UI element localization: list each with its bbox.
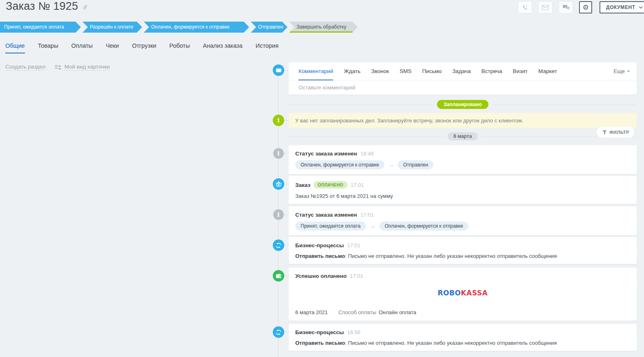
info-icon: i (277, 117, 279, 124)
order-page: Заказ № 1925 ⚙ ДОКУМЕНТ (0, 0, 644, 357)
arrow-right-icon: → (388, 162, 394, 168)
timeline-entry-status-change[interactable]: Статус заказа изменен 18:48 Оплачен, фор… (289, 145, 637, 174)
comment-input[interactable] (289, 80, 637, 94)
status-from-pill: Принят, ожидается оплата (295, 222, 366, 231)
no-planned-banner: У вас нет запланированных дел. Запланиру… (289, 113, 637, 128)
composer-tab-wait[interactable]: Ждать (344, 62, 361, 80)
settings-button[interactable]: ⚙ (579, 1, 592, 13)
phone-icon (521, 4, 528, 11)
entry-title: Заказ (295, 182, 310, 188)
gear-icon: ⚙ (582, 4, 588, 11)
business-process-node-icon (273, 326, 284, 338)
process-arrows-icon (275, 329, 282, 335)
order-node-icon (273, 178, 284, 190)
info-node-icon: i (273, 115, 284, 126)
entry-time: 17:01 (361, 212, 374, 218)
main-tabs: Общие Товары Оплаты Чеки Отгрузки Роботы… (5, 42, 279, 53)
tab-shipments[interactable]: Отгрузки (132, 42, 156, 53)
pipeline-stage-label: Оплачен, формируется к отправке (144, 22, 249, 33)
bp-action-label: Отправить письмо (295, 253, 345, 259)
basket-icon (276, 181, 282, 187)
separator-line (289, 104, 433, 105)
filter-button[interactable]: ФИЛЬТР (597, 127, 634, 137)
timeline-entry-order[interactable]: Заказ ОПЛАЧЕНО 17:01 Заказ №1925 от 6 ма… (289, 176, 637, 204)
planned-separator: Запланировано (289, 100, 637, 109)
paid-badge: ОПЛАЧЕНО (314, 181, 347, 188)
composer-tabs: Комментарий Ждать Звонок SMS Письмо Зада… (289, 62, 637, 80)
pipeline-stage-1[interactable]: Принят, ожидается оплата (0, 22, 81, 33)
robokassa-logo-blue: ROBO (438, 289, 461, 297)
email-button[interactable] (538, 1, 553, 13)
funnel-icon (602, 130, 607, 135)
status-node-icon: i (273, 148, 284, 159)
filter-label: ФИЛЬТР (609, 130, 629, 135)
business-process-node-icon (273, 239, 284, 251)
pipeline-stage-2[interactable]: Разрешён к оплате (82, 22, 142, 33)
entry-time: 16:56 (347, 329, 361, 335)
my-card-view-link[interactable]: Мой вид карточки (65, 64, 110, 71)
entry-title: Статус заказа изменен (295, 151, 357, 157)
timeline-entry-business-process[interactable]: Бизнес-процессы 17:01 Отправить письмо: … (289, 237, 637, 264)
order-summary-text: Заказ №1925 от 6 марта 2021 на сумму (295, 193, 630, 199)
comment-node-icon (273, 64, 284, 76)
tab-robots[interactable]: Роботы (169, 42, 190, 53)
composer-tab-call[interactable]: Звонок (371, 62, 389, 80)
pipeline-stage-finish[interactable]: Завершить обработку (289, 22, 358, 33)
pipeline-stage-3[interactable]: Оплачен, формируется к отправке (144, 22, 249, 33)
entry-title: Бизнес-процессы (295, 242, 344, 248)
separator-line (289, 136, 443, 137)
document-button[interactable]: ДОКУМЕНТ (599, 1, 644, 13)
status-to-pill: Отправлен (398, 160, 433, 169)
pipeline-stage-label: Завершить обработку (289, 22, 358, 33)
envelope-icon (542, 5, 549, 10)
payment-method-value: Онлайн оплата (379, 309, 416, 315)
entry-title: Бизнес-процессы (295, 329, 344, 335)
payment-method-label: Способ оплаты (339, 309, 377, 315)
chat-bubbles-icon (562, 4, 570, 11)
entry-title: Успешно оплачено (295, 273, 347, 279)
call-button[interactable] (518, 1, 532, 13)
pipeline-stage-4[interactable]: Отправлен (251, 22, 287, 33)
entry-time: 17:01 (347, 242, 361, 248)
card-view-icon (55, 64, 62, 70)
pipeline-stage-label: Принят, ожидается оплата (0, 22, 81, 33)
planned-badge[interactable]: Запланировано (437, 100, 488, 109)
chevron-down-icon (639, 6, 643, 9)
entry-time: 17:01 (350, 273, 363, 279)
status-node-icon: i (273, 209, 284, 220)
tab-products[interactable]: Товары (38, 42, 58, 53)
bp-action-result: : Письмо не отправлено. Не указан либо у… (345, 253, 557, 259)
payment-date: 6 марта 2021 (295, 309, 328, 315)
composer-tab-email[interactable]: Письмо (422, 62, 442, 80)
order-title-text: Заказ № 1925 (6, 0, 78, 13)
date-separator: 6 марта ФИЛЬТР (289, 132, 637, 140)
timeline-entry-business-process[interactable]: Бизнес-процессы 16:56 Отправить письмо: … (289, 324, 637, 351)
timeline-composer: Комментарий Ждать Звонок SMS Письмо Зада… (289, 62, 637, 95)
card-config-links: Создать раздел Мой вид карточки (5, 64, 110, 71)
composer-tab-market[interactable]: Маркет (538, 62, 557, 80)
tab-general[interactable]: Общие (5, 42, 25, 53)
composer-tab-task[interactable]: Задача (452, 62, 470, 80)
composer-tab-meeting[interactable]: Встреча (481, 62, 502, 80)
composer-more-button[interactable]: Еще (614, 68, 630, 74)
robokassa-logo-red: KASSA (461, 289, 488, 297)
payment-node-icon (273, 270, 284, 282)
composer-tab-comment[interactable]: Комментарий (299, 62, 333, 80)
info-icon: i (277, 150, 279, 157)
timeline-entry-payment[interactable]: Успешно оплачено 17:01 ROBOKASSA 6 марта… (289, 268, 637, 321)
tab-receipts[interactable]: Чеки (106, 42, 119, 53)
copy-link-icon[interactable] (82, 4, 89, 11)
date-badge[interactable]: 6 марта (448, 132, 477, 140)
tab-order-analysis[interactable]: Анализ заказа (203, 42, 243, 53)
entry-time: 18:48 (361, 151, 374, 157)
comment-bubble-icon (276, 69, 281, 72)
chevron-down-icon (627, 70, 630, 72)
timeline-entry-status-change[interactable]: Статус заказа изменен 17:01 Принят, ожид… (289, 206, 637, 235)
tab-history[interactable]: История (256, 42, 279, 53)
create-section-link[interactable]: Создать раздел (5, 64, 46, 71)
composer-tab-sms[interactable]: SMS (399, 62, 411, 80)
chat-button[interactable] (559, 1, 573, 13)
composer-more-label: Еще (614, 68, 625, 74)
tab-payments[interactable]: Оплаты (71, 42, 93, 53)
composer-tab-visit[interactable]: Визит (513, 62, 528, 80)
